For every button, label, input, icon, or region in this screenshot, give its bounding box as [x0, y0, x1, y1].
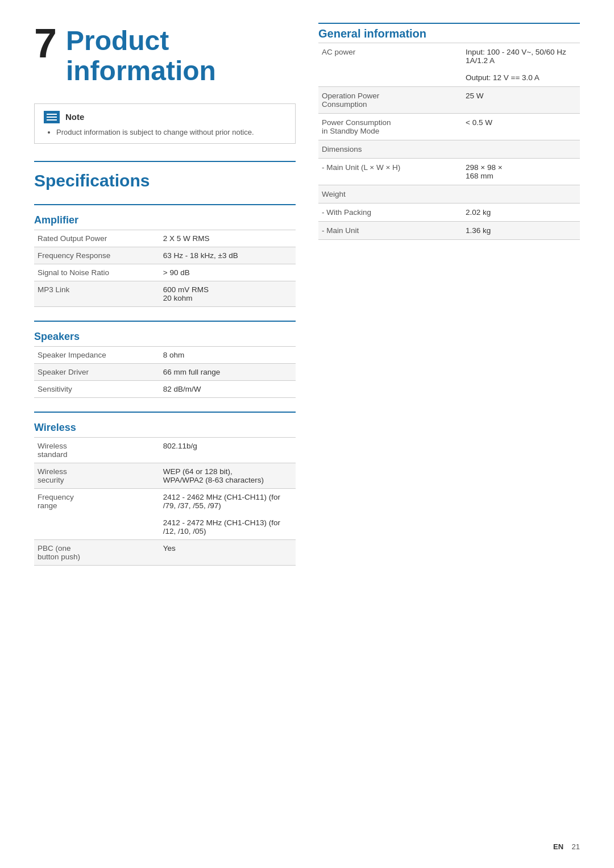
spec-value: 802.11b/g — [160, 437, 296, 463]
speakers-section: Speakers Speaker Impedance8 ohmSpeaker D… — [34, 321, 296, 398]
spec-value: Input: 100 - 240 V~, 50/60 Hz 1A/1.2 A O… — [462, 43, 580, 87]
spec-label: Rated Output Power — [34, 230, 160, 247]
chapter-title-line1: Product — [66, 26, 216, 56]
wireless-table: Wireless standard802.11b/gWireless secur… — [34, 437, 296, 566]
spec-label: Frequency Response — [34, 247, 160, 264]
spec-label: - Main Unit (L × W × H) — [318, 159, 462, 185]
amplifier-divider — [34, 204, 296, 205]
note-text: Product information is subject to change… — [44, 128, 286, 136]
table-row: Sensitivity82 dB/m/W — [34, 380, 296, 397]
spec-value: WEP (64 or 128 bit), WPA/WPA2 (8-63 char… — [160, 463, 296, 488]
table-row: Signal to Noise Ratio> 90 dB — [34, 264, 296, 281]
spec-label: - With Packing — [318, 203, 462, 222]
spec-label: Power Consumption in Standby Mode — [318, 114, 462, 140]
spec-value: Yes — [160, 539, 296, 565]
wireless-section: Wireless Wireless standard802.11b/gWirel… — [34, 412, 296, 566]
amplifier-table: Rated Output Power2 X 5 W RMSFrequency R… — [34, 230, 296, 307]
spec-value: 2 X 5 W RMS — [160, 230, 296, 247]
table-row: Operation Power Consumption25 W — [318, 87, 580, 114]
spec-value: 2412 - 2462 MHz (CH1-CH11) (for /79, /37… — [160, 488, 296, 539]
spec-value: 600 mV RMS 20 kohm — [160, 281, 296, 306]
spec-label: MP3 Link — [34, 281, 160, 306]
speakers-heading: Speakers — [34, 331, 296, 343]
spec-label: Weight — [318, 185, 462, 203]
spec-value: 66 mm full range — [160, 363, 296, 380]
footer-page: 21 — [572, 842, 580, 851]
table-row: Wireless standard802.11b/g — [34, 437, 296, 463]
spec-label: - Main Unit — [318, 222, 462, 240]
spec-label: Wireless security — [34, 463, 160, 488]
table-row: Speaker Driver66 mm full range — [34, 363, 296, 380]
spec-value — [462, 140, 580, 159]
spec-value — [462, 185, 580, 203]
page-footer: EN 21 — [553, 842, 580, 851]
general-info-table: AC powerInput: 100 - 240 V~, 50/60 Hz 1A… — [318, 43, 580, 240]
speakers-divider — [34, 321, 296, 322]
table-row: Rated Output Power2 X 5 W RMS — [34, 230, 296, 247]
page-title-block: 7 Product information — [34, 23, 296, 86]
spec-label: Dimensions — [318, 140, 462, 159]
table-row: Speaker Impedance8 ohm — [34, 346, 296, 363]
table-row: AC powerInput: 100 - 240 V~, 50/60 Hz 1A… — [318, 43, 580, 87]
wireless-divider — [34, 412, 296, 413]
table-row: Dimensions — [318, 140, 580, 159]
table-row: MP3 Link600 mV RMS 20 kohm — [34, 281, 296, 306]
section-divider — [34, 161, 296, 162]
spec-label: PBC (one button push) — [34, 539, 160, 565]
wireless-heading: Wireless — [34, 422, 296, 434]
footer-lang: EN — [553, 842, 563, 851]
spec-value: 298 × 98 × 168 mm — [462, 159, 580, 185]
spec-label: Wireless standard — [34, 437, 160, 463]
note-icon — [44, 111, 60, 123]
speakers-table: Speaker Impedance8 ohmSpeaker Driver66 m… — [34, 346, 296, 398]
note-header: Note — [44, 111, 286, 123]
spec-label: Operation Power Consumption — [318, 87, 462, 114]
spec-value: 2.02 kg — [462, 203, 580, 222]
table-row: PBC (one button push)Yes — [34, 539, 296, 565]
spec-value: 82 dB/m/W — [160, 380, 296, 397]
chapter-title: Product information — [66, 23, 216, 86]
table-row: Weight — [318, 185, 580, 203]
spec-label: Signal to Noise Ratio — [34, 264, 160, 281]
spec-value: > 90 dB — [160, 264, 296, 281]
table-row: - Main Unit1.36 kg — [318, 222, 580, 240]
table-row: - With Packing2.02 kg — [318, 203, 580, 222]
general-info-heading: General information — [318, 24, 580, 40]
table-row: Wireless securityWEP (64 or 128 bit), WP… — [34, 463, 296, 488]
spec-value: 1.36 kg — [462, 222, 580, 240]
chapter-number: 7 — [34, 23, 57, 64]
amplifier-heading: Amplifier — [34, 214, 296, 226]
spec-value: 8 ohm — [160, 346, 296, 363]
amplifier-section: Amplifier Rated Output Power2 X 5 W RMSF… — [34, 204, 296, 307]
note-box: Note Product information is subject to c… — [34, 103, 296, 144]
specifications-heading: Specifications — [34, 171, 296, 190]
table-row: Frequency range2412 - 2462 MHz (CH1-CH11… — [34, 488, 296, 539]
table-row: Power Consumption in Standby Mode< 0.5 W — [318, 114, 580, 140]
spec-label: Speaker Driver — [34, 363, 160, 380]
spec-label: Frequency range — [34, 488, 160, 539]
spec-value: 25 W — [462, 87, 580, 114]
spec-value: 63 Hz - 18 kHz, ±3 dB — [160, 247, 296, 264]
spec-value: < 0.5 W — [462, 114, 580, 140]
note-label: Note — [65, 112, 84, 122]
chapter-title-line2: information — [66, 56, 216, 86]
spec-label: Speaker Impedance — [34, 346, 160, 363]
table-row: - Main Unit (L × W × H)298 × 98 × 168 mm — [318, 159, 580, 185]
spec-label: Sensitivity — [34, 380, 160, 397]
table-row: Frequency Response63 Hz - 18 kHz, ±3 dB — [34, 247, 296, 264]
spec-label: AC power — [318, 43, 462, 87]
